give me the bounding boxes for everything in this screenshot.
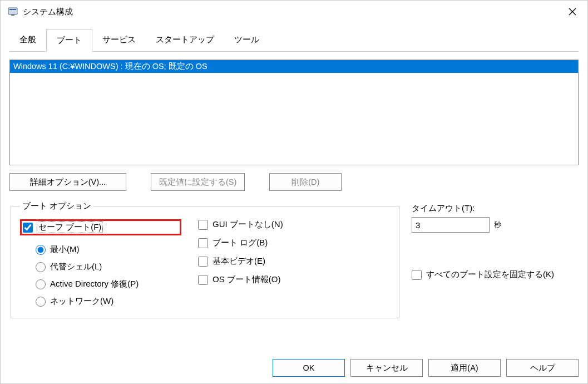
boot-entry-buttons: 詳細オプション(V)... 既定値に設定する(S) 削除(D) <box>9 173 579 191</box>
tab-strip: 全般 ブート サービス スタートアップ ツール <box>9 28 579 52</box>
safe-boot-mode-radios: 最小(M) 代替シェル(L) Active Directory 修復(P) <box>36 244 181 307</box>
boot-log-label: ブート ログ(B) <box>213 238 268 248</box>
tab-general[interactable]: 全般 <box>9 29 46 52</box>
titlebar: システム構成 <box>1 1 587 23</box>
boot-log-checkbox[interactable] <box>198 238 208 248</box>
boot-entries-list[interactable]: Windows 11 (C:¥WINDOWS) : 現在の OS; 既定の OS <box>9 60 579 165</box>
help-button[interactable]: ヘルプ <box>506 359 579 377</box>
make-permanent-label: すべてのブート設定を固定する(K) <box>426 269 554 280</box>
button-label: 削除(D) <box>291 177 319 188</box>
app-icon <box>7 6 18 17</box>
button-label: 既定値に設定する(S) <box>159 177 236 188</box>
no-gui-boot-label: GUI ブートなし(N) <box>213 219 283 230</box>
tab-startup[interactable]: スタートアップ <box>146 29 224 52</box>
tab-panel-boot: Windows 11 (C:¥WINDOWS) : 現在の OS; 既定の OS… <box>9 52 579 318</box>
button-label: ヘルプ <box>530 363 555 373</box>
cancel-button[interactable]: キャンセル <box>350 359 423 377</box>
timeout-unit: 秒 <box>494 220 501 230</box>
advanced-options-button[interactable]: 詳細オプション(V)... <box>9 173 126 191</box>
radio-network-label: ネットワーク(W) <box>50 296 113 307</box>
close-button[interactable] <box>560 3 585 21</box>
radio-network[interactable] <box>36 297 46 307</box>
timeout-input[interactable] <box>412 217 490 233</box>
ok-button[interactable]: OK <box>273 359 345 377</box>
os-boot-info-label: OS ブート情報(O) <box>213 274 281 285</box>
no-gui-boot-checkbox[interactable] <box>198 220 208 230</box>
radio-ad-repair[interactable] <box>36 279 46 289</box>
os-boot-info-checkbox[interactable] <box>198 275 208 285</box>
lower-area: ブート オプション セーフ ブート(F) <box>9 201 579 318</box>
tab-services[interactable]: サービス <box>92 29 146 52</box>
button-label: 適用(A) <box>451 363 478 373</box>
boot-entry[interactable]: Windows 11 (C:¥WINDOWS) : 現在の OS; 既定の OS <box>10 60 578 73</box>
group-legend: ブート オプション <box>20 201 93 211</box>
radio-altshell[interactable] <box>36 262 46 272</box>
content-area: 全般 ブート サービス スタートアップ ツール Windows 11 (C:¥W… <box>1 23 587 327</box>
tab-tools[interactable]: ツール <box>224 29 269 52</box>
set-default-button: 既定値に設定する(S) <box>151 173 245 191</box>
make-permanent-checkbox[interactable] <box>412 270 422 280</box>
base-video-checkbox[interactable] <box>198 257 208 267</box>
tab-boot[interactable]: ブート <box>46 29 92 52</box>
dialog-footer: OK キャンセル 適用(A) ヘルプ <box>273 359 579 377</box>
radio-minimal-label: 最小(M) <box>50 244 80 255</box>
delete-button: 削除(D) <box>269 173 342 191</box>
window-title: システム構成 <box>23 7 560 17</box>
system-configuration-window: システム構成 全般 ブート サービス スタートアップ ツール Windows 1… <box>0 0 588 384</box>
radio-altshell-label: 代替シェル(L) <box>50 262 102 272</box>
safe-boot-highlight: セーフ ブート(F) <box>20 219 181 235</box>
button-label: キャンセル <box>366 363 408 373</box>
button-label: OK <box>303 363 315 372</box>
radio-minimal[interactable] <box>36 245 46 255</box>
safe-boot-checkbox[interactable] <box>23 223 33 233</box>
svg-rect-1 <box>9 9 16 10</box>
button-label: 詳細オプション(V)... <box>30 177 106 188</box>
base-video-label: 基本ビデオ(E) <box>213 256 265 267</box>
timeout-column: タイムアウト(T): 秒 すべてのブート設定を固定する(K) <box>412 201 579 318</box>
boot-options-group: ブート オプション セーフ ブート(F) <box>11 201 399 318</box>
svg-rect-2 <box>11 14 14 16</box>
radio-ad-repair-label: Active Directory 修復(P) <box>50 279 139 289</box>
apply-button[interactable]: 適用(A) <box>428 359 501 377</box>
timeout-label: タイムアウト(T): <box>412 203 579 214</box>
svg-rect-0 <box>8 8 17 14</box>
safe-boot-label: セーフ ブート(F) <box>37 222 102 233</box>
